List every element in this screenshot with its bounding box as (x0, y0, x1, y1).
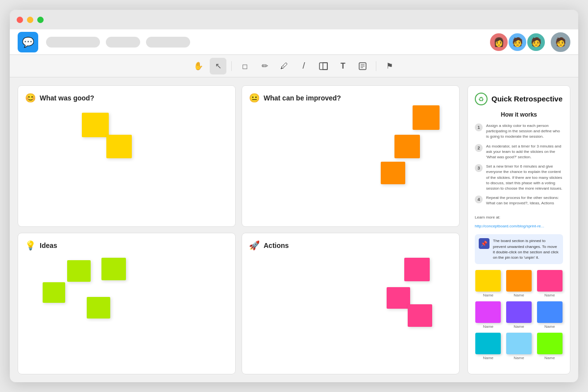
avatar-1[interactable]: 👩 (489, 32, 509, 52)
step-3-text: Set a new timer for 6 minutes and give e… (486, 164, 563, 191)
shape-tool[interactable] (315, 58, 332, 74)
section-improve: 😐 What can be improved? (242, 85, 460, 227)
section-actions-icon: 🚀 (249, 240, 260, 251)
sticky-ideas-2[interactable] (101, 258, 126, 280)
section-actions: 🚀 Actions (242, 233, 460, 374)
minimize-button[interactable] (27, 17, 33, 23)
color-purple: Name (506, 301, 533, 329)
swatch-orange[interactable] (506, 270, 532, 292)
user-avatars: 👩 🧑 🧑 🧑 (489, 32, 570, 52)
color-cyan-name: Name (483, 356, 493, 360)
maximize-button[interactable] (37, 17, 44, 23)
nav-pill-2[interactable] (106, 37, 140, 48)
step-3-num: 3 (475, 164, 483, 172)
section-improve-icon: 😐 (249, 93, 260, 103)
color-lavender-name: Name (483, 324, 493, 329)
sticky-good-1[interactable] (82, 113, 109, 137)
pin-notice: 📌 The board section is pinned to prevent… (475, 234, 563, 264)
steps-list: 1 Assign a sticky color to each person p… (475, 123, 563, 206)
swatch-blue[interactable] (537, 301, 563, 323)
step-4: 4 Repeat the process for the other secti… (475, 195, 563, 206)
color-purple-name: Name (514, 324, 524, 329)
sticky-good-2[interactable] (106, 135, 132, 158)
section-ideas-header: 💡 Ideas (25, 240, 228, 251)
nav-pill-1[interactable] (46, 37, 100, 48)
sticky-actions-3[interactable] (408, 304, 432, 327)
swatch-yellow[interactable] (475, 270, 501, 292)
note-tool[interactable] (354, 58, 371, 74)
section-good-header: 😊 What was good? (25, 93, 228, 103)
svg-rect-0 (319, 63, 327, 70)
swatch-cyan[interactable] (475, 333, 501, 354)
highlighter-tool[interactable]: 🖊 (276, 58, 293, 74)
color-yellow-name: Name (483, 293, 493, 297)
hand-tool[interactable]: ✋ (190, 58, 207, 74)
section-ideas-icon: 💡 (25, 240, 36, 251)
section-good-title: What was good? (40, 94, 94, 102)
step-4-text: Repeat the process for the other section… (486, 195, 563, 206)
swatch-purple[interactable] (506, 301, 532, 323)
nav-pill-3[interactable] (146, 37, 190, 48)
color-orange-name: Name (514, 293, 524, 297)
learn-more-label: Learn more at: (475, 215, 500, 220)
step-4-num: 4 (475, 196, 483, 203)
sticky-actions-2[interactable] (387, 287, 410, 309)
text-tool[interactable]: T (335, 58, 351, 74)
sticky-improve-3[interactable] (381, 162, 405, 184)
close-button[interactable] (17, 17, 23, 23)
color-green: Name (536, 333, 563, 360)
sidebar-logo: ♻ (475, 93, 488, 105)
pin-text: The board section is pinned to prevent u… (493, 238, 559, 260)
color-lavender: Name (475, 301, 502, 329)
section-good-icon: 😊 (25, 93, 36, 103)
sticky-ideas-1[interactable] (67, 260, 91, 282)
section-improve-title: What can be improved? (264, 94, 341, 102)
how-it-works-heading: How it works (475, 111, 563, 118)
step-1: 1 Assign a sticky color to each person p… (475, 123, 563, 140)
color-blue-name: Name (544, 324, 555, 329)
pin-icon: 📌 (479, 238, 490, 249)
color-pink: Name (536, 270, 563, 297)
sticky-ideas-4[interactable] (87, 297, 110, 318)
section-ideas: 💡 Ideas (18, 233, 236, 374)
sidebar-title: Quick Retrospective (491, 95, 563, 103)
pencil-tool[interactable]: ✏ (256, 58, 273, 74)
swatch-lavender[interactable] (475, 301, 501, 323)
section-ideas-title: Ideas (40, 242, 57, 249)
avatar-2[interactable]: 🧑 (508, 32, 527, 52)
logo[interactable]: 💬 (18, 32, 38, 52)
sidebar-header: ♻ Quick Retrospective (475, 93, 563, 105)
board-area: 😊 What was good? 😐 What can be improved? (18, 85, 460, 374)
color-yellow: Name (475, 270, 502, 297)
color-pink-name: Name (544, 293, 555, 297)
section-good: 😊 What was good? (18, 85, 236, 227)
sidebar-logo-icon: ♻ (478, 96, 484, 103)
color-blue: Name (536, 301, 563, 329)
section-actions-header: 🚀 Actions (249, 240, 452, 251)
sticky-improve-1[interactable] (413, 105, 440, 130)
sticky-improve-2[interactable] (394, 135, 420, 158)
nav-bar: 💬 👩 🧑 🧑 🧑 (10, 29, 578, 55)
nav-pills (46, 37, 489, 48)
eraser-tool[interactable]: ◻ (237, 58, 253, 74)
learn-more-link[interactable]: http://conceptboard.com/blog/sprint-re..… (475, 224, 544, 228)
toolbar-separator-1 (231, 61, 232, 71)
line-tool[interactable]: / (295, 58, 312, 74)
toolbar: ✋ ↖ ◻ ✏ 🖊 / T ⚑ (10, 55, 578, 77)
title-bar (10, 10, 578, 29)
sticky-actions-1[interactable] (404, 258, 430, 281)
color-green-name: Name (544, 356, 555, 360)
flag-tool[interactable]: ⚑ (381, 58, 398, 74)
step-2-num: 2 (475, 144, 483, 152)
select-tool[interactable]: ↖ (210, 58, 226, 74)
swatch-pink[interactable] (537, 270, 563, 292)
logo-icon: 💬 (22, 36, 34, 48)
color-cyan: Name (475, 333, 502, 360)
step-3: 3 Set a new timer for 6 minutes and give… (475, 164, 563, 191)
step-2: 2 As moderator, set a timer for 3 minute… (475, 144, 563, 160)
avatar-4[interactable]: 🧑 (551, 32, 570, 52)
sticky-ideas-3[interactable] (43, 282, 65, 303)
swatch-green[interactable] (537, 333, 563, 354)
swatch-lightblue[interactable] (506, 333, 532, 354)
avatar-3[interactable]: 🧑 (526, 32, 546, 52)
